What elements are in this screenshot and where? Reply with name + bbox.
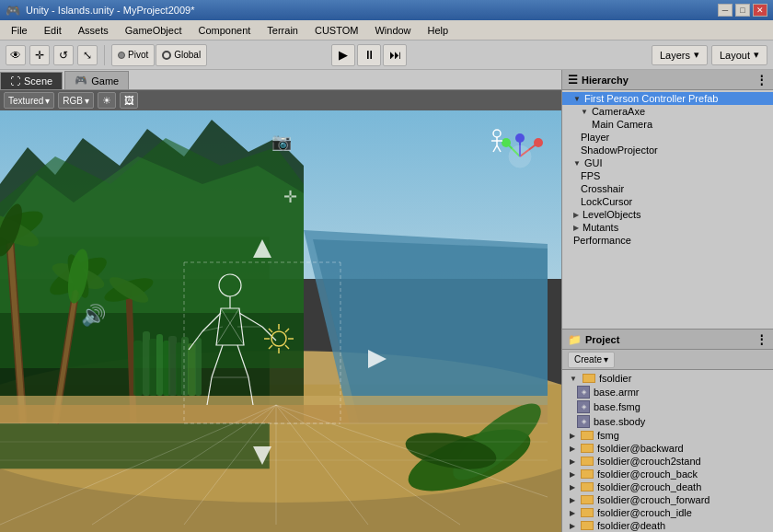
hierarchy-item-shadowprojector[interactable]: ShadowProjector xyxy=(562,144,773,156)
left-panel: ⛶ Scene 🎮 Game Textured ▾ RGB ▾ ☀ 🖼 xyxy=(0,70,561,532)
menu-file[interactable]: File xyxy=(4,23,35,38)
pause-button[interactable]: ⏸ xyxy=(357,44,381,66)
scene-tab-icon: ⛶ xyxy=(10,75,20,87)
window-controls: ─ □ ✕ xyxy=(718,4,767,17)
pivot-button[interactable]: Pivot xyxy=(111,44,155,66)
hierarchy-item-gui[interactable]: ▼ GUI xyxy=(562,156,773,169)
project-item-base-sbody[interactable]: ◈ base.sbody xyxy=(562,414,773,429)
project-item-crouch-idle[interactable]: ▶ fsoldier@crouch_idle xyxy=(562,506,773,519)
menu-window[interactable]: Window xyxy=(367,23,418,38)
layers-layout-group: Layers ▾ Layout ▾ xyxy=(652,45,767,65)
hierarchy-item-levelobjects[interactable]: ▶ LevelObjects xyxy=(562,208,773,221)
pivot-global-group: Pivot Global xyxy=(111,44,207,66)
hierarchy-item-fps[interactable]: FPS xyxy=(562,169,773,182)
svg-rect-27 xyxy=(168,336,177,396)
hierarchy-item-maincamera[interactable]: Main Camera xyxy=(562,118,773,131)
title-text: Unity - Islands.unity - MyProject2009* xyxy=(26,5,194,16)
project-item-crouch-back[interactable]: ▶ fsoldier@crouch_back xyxy=(562,468,773,480)
hierarchy-item-performance[interactable]: Performance xyxy=(562,234,773,247)
play-controls: ▶ ⏸ ⏭ xyxy=(331,44,407,66)
close-button[interactable]: ✕ xyxy=(753,4,767,17)
scene-viewport[interactable]: 🔊 ✛ xyxy=(0,110,561,532)
menu-help[interactable]: Help xyxy=(421,23,456,38)
eye-tool-button[interactable]: 👁 xyxy=(6,45,26,65)
svg-point-85 xyxy=(502,138,511,147)
title-bar: 🎮 Unity - Islands.unity - MyProject2009*… xyxy=(0,0,773,20)
create-button[interactable]: Create ▾ xyxy=(568,352,615,368)
hierarchy-item-lockcursor[interactable]: LockCursor xyxy=(562,195,773,208)
hierarchy-item-cameraaxe[interactable]: ▼ CameraAxe xyxy=(562,105,773,118)
menu-terrain[interactable]: Terrain xyxy=(260,23,306,38)
folder-icon-2 xyxy=(581,431,594,440)
svg-rect-31 xyxy=(195,338,202,396)
project-item-fsmg[interactable]: ▶ fsmg xyxy=(562,429,773,442)
move-tool-button[interactable]: ✛ xyxy=(29,45,50,65)
project-item-base-fsmg[interactable]: ◈ base.fsmg xyxy=(562,399,773,414)
layers-dropdown[interactable]: Layers ▾ xyxy=(652,45,708,65)
maximize-button[interactable]: □ xyxy=(735,4,750,17)
project-item-crouch-death[interactable]: ▶ fsoldier@crouch_death xyxy=(562,480,773,493)
project-item-crouch-forward[interactable]: ▶ fsoldier@crouch_forward xyxy=(562,493,773,506)
textured-dropdown[interactable]: Textured ▾ xyxy=(4,92,54,109)
menu-gameobject[interactable]: GameObject xyxy=(118,23,190,38)
svg-text:🔊: 🔊 xyxy=(81,303,107,328)
hierarchy-item-player[interactable]: Player xyxy=(562,131,773,144)
project-title: Project xyxy=(585,334,619,345)
menu-edit[interactable]: Edit xyxy=(37,23,69,38)
minimize-button[interactable]: ─ xyxy=(718,4,733,17)
play-button[interactable]: ▶ xyxy=(331,44,355,66)
folder-icon-3 xyxy=(581,444,594,453)
folder-icon-6 xyxy=(581,482,594,492)
svg-rect-23 xyxy=(143,331,150,396)
project-item-fsoldier[interactable]: ▼ fsoldier xyxy=(562,372,773,385)
toolbar: 👁 ✛ ↺ ⤡ Pivot Global ▶ ⏸ ⏭ Layers ▾ Layo… xyxy=(0,40,773,70)
hierarchy-item-mutants[interactable]: ▶ Mutants xyxy=(562,221,773,234)
layout-dropdown[interactable]: Layout ▾ xyxy=(711,45,767,65)
step-button[interactable]: ⏭ xyxy=(383,44,407,66)
image-icon-button[interactable]: 🖼 xyxy=(120,92,138,109)
menu-assets[interactable]: Assets xyxy=(71,23,116,38)
hierarchy-menu-icon[interactable]: ⋮ xyxy=(756,73,767,87)
svg-point-86 xyxy=(515,133,525,143)
folder-icon xyxy=(583,374,595,383)
folder-icon-9 xyxy=(581,521,594,530)
folder-icon-5 xyxy=(581,469,594,479)
hierarchy-header: ☰ Hierarchy ⋮ xyxy=(562,70,773,90)
svg-rect-22 xyxy=(133,341,143,396)
svg-rect-25 xyxy=(156,334,163,396)
project-header: 📁 Project ⋮ xyxy=(562,330,773,350)
main-layout: ⛶ Scene 🎮 Game Textured ▾ RGB ▾ ☀ 🖼 xyxy=(0,70,773,532)
scale-tool-button[interactable]: ⤡ xyxy=(77,45,98,65)
svg-rect-28 xyxy=(176,342,182,396)
svg-rect-30 xyxy=(188,343,196,396)
right-panel: ☰ Hierarchy ⋮ ▼ First Person Controller … xyxy=(561,70,773,532)
project-item-base-armr[interactable]: ◈ base.armr xyxy=(562,385,773,399)
folder-icon-7 xyxy=(581,495,594,504)
menu-custom[interactable]: CUSTOM xyxy=(307,23,365,38)
project-panel: 📁 Project ⋮ Create ▾ ▼ fsoldier xyxy=(562,330,773,532)
tab-game[interactable]: 🎮 Game xyxy=(64,71,129,89)
hierarchy-item-firstperson[interactable]: ▼ First Person Controller Prefab xyxy=(562,92,773,105)
project-list[interactable]: ▼ fsoldier ◈ base.armr ◈ base.fsmg xyxy=(562,370,773,532)
sun-icon-button[interactable]: ☀ xyxy=(98,92,116,109)
file-icon-2: ◈ xyxy=(577,400,590,413)
view-tabs: ⛶ Scene 🎮 Game xyxy=(0,70,561,90)
scene-toolbar: Textured ▾ RGB ▾ ☀ 🖼 xyxy=(0,90,561,110)
separator-1 xyxy=(104,45,105,65)
project-menu-icon[interactable]: ⋮ xyxy=(756,332,767,346)
svg-point-88 xyxy=(493,130,501,137)
svg-line-92 xyxy=(497,145,501,152)
svg-text:✛: ✛ xyxy=(283,188,297,206)
rotate-tool-button[interactable]: ↺ xyxy=(53,45,74,65)
project-item-death[interactable]: ▶ fsoldier@death xyxy=(562,519,773,532)
hierarchy-list[interactable]: ▼ First Person Controller Prefab ▼ Camer… xyxy=(562,90,773,329)
hierarchy-item-crosshair[interactable]: Crosshair xyxy=(562,182,773,195)
tab-scene[interactable]: ⛶ Scene xyxy=(0,72,63,89)
menu-component[interactable]: Component xyxy=(190,23,258,38)
global-button[interactable]: Global xyxy=(156,44,207,66)
project-item-crouch2stand[interactable]: ▶ fsoldier@crouch2stand xyxy=(562,455,773,468)
rgb-dropdown[interactable]: RGB ▾ xyxy=(58,92,94,109)
project-item-fsoldier-backward[interactable]: ▶ fsoldier@backward xyxy=(562,442,773,455)
hierarchy-panel: ☰ Hierarchy ⋮ ▼ First Person Controller … xyxy=(562,70,773,330)
svg-line-91 xyxy=(493,145,497,152)
